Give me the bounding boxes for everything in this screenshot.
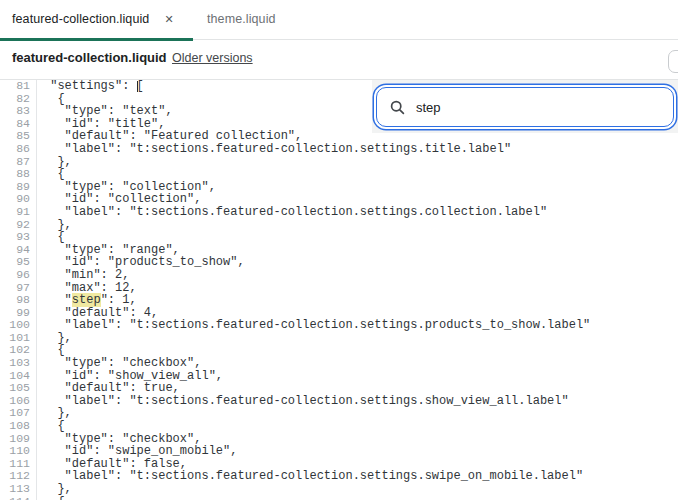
code-line[interactable]: 107 }, bbox=[0, 407, 678, 420]
line-number: 83 bbox=[0, 105, 37, 118]
tab-label: theme.liquid bbox=[207, 12, 276, 26]
code-text: "type": "checkbox", bbox=[37, 357, 201, 370]
code-text: "settings": [ bbox=[37, 80, 144, 93]
code-line[interactable]: 91 "label": "t:sections.featured-collect… bbox=[0, 206, 678, 219]
code-text: "label": "t:sections.featured-collection… bbox=[37, 206, 547, 219]
code-line[interactable]: 103 "type": "checkbox", bbox=[0, 357, 678, 370]
line-number: 98 bbox=[0, 294, 37, 307]
search-icon bbox=[390, 100, 405, 115]
code-editor-window: featured-collection.liquid ✕ theme.liqui… bbox=[0, 0, 678, 500]
search-input[interactable] bbox=[414, 99, 663, 116]
line-number: 100 bbox=[0, 319, 37, 332]
line-number: 96 bbox=[0, 269, 37, 282]
code-line[interactable]: 98 "step": 1, bbox=[0, 294, 678, 307]
close-icon[interactable]: ✕ bbox=[162, 12, 175, 27]
tab-theme-liquid[interactable]: theme.liquid bbox=[207, 0, 276, 38]
line-number: 108 bbox=[0, 420, 37, 433]
line-number: 110 bbox=[0, 445, 37, 458]
code-text: "id": "swipe_on_mobile", bbox=[37, 445, 237, 458]
file-header: featured-collection.liquid Older version… bbox=[0, 41, 678, 80]
code-text: "step": 1, bbox=[37, 294, 137, 307]
tab-label: featured-collection.liquid bbox=[12, 12, 149, 26]
page-title: featured-collection.liquid bbox=[12, 50, 167, 65]
code-line[interactable]: 100 "label": "t:sections.featured-collec… bbox=[0, 319, 678, 332]
code-line[interactable]: 112 "label": "t:sections.featured-collec… bbox=[0, 470, 678, 483]
search-match-highlight: step bbox=[72, 293, 101, 307]
line-number: 91 bbox=[0, 206, 37, 219]
code-text: "min": 2, bbox=[37, 269, 129, 282]
text-cursor bbox=[137, 81, 138, 92]
code-line[interactable]: 86 "label": "t:sections.featured-collect… bbox=[0, 143, 678, 156]
older-versions-link[interactable]: Older versions bbox=[172, 51, 253, 65]
code-line[interactable]: 92 }, bbox=[0, 219, 678, 232]
line-number: 86 bbox=[0, 143, 37, 156]
code-text: { bbox=[37, 231, 65, 244]
code-line[interactable]: 93 { bbox=[0, 231, 678, 244]
code-text: "label": "t:sections.featured-collection… bbox=[37, 470, 583, 483]
code-text: "label": "t:sections.featured-collection… bbox=[37, 319, 590, 332]
code-text: { bbox=[37, 168, 65, 181]
code-line[interactable]: 114 { bbox=[0, 496, 678, 500]
code-line[interactable]: 101 }, bbox=[0, 332, 678, 345]
code-lines: 81 "settings": [82 {83 "type": "text",84… bbox=[0, 80, 678, 500]
code-line[interactable]: 113 }, bbox=[0, 483, 678, 496]
line-number: 81 bbox=[0, 80, 37, 93]
code-line[interactable]: 108 { bbox=[0, 420, 678, 433]
code-line[interactable]: 88 { bbox=[0, 168, 678, 181]
tab-featured-collection-liquid[interactable]: featured-collection.liquid ✕ bbox=[12, 0, 176, 38]
header-button-cut-off[interactable] bbox=[668, 50, 678, 73]
line-number: 103 bbox=[0, 357, 37, 370]
code-text: { bbox=[37, 496, 65, 500]
code-text: "label": "t:sections.featured-collection… bbox=[37, 395, 569, 408]
line-number: 114 bbox=[0, 496, 37, 500]
line-number: 113 bbox=[0, 483, 37, 496]
code-line[interactable]: 106 "label": "t:sections.featured-collec… bbox=[0, 395, 678, 408]
code-text: "default": true, bbox=[37, 382, 180, 395]
line-number: 88 bbox=[0, 168, 37, 181]
code-line[interactable]: 87 }, bbox=[0, 156, 678, 169]
search-box[interactable] bbox=[376, 87, 674, 127]
line-number: 105 bbox=[0, 382, 37, 395]
line-number: 93 bbox=[0, 231, 37, 244]
code-text: { bbox=[37, 420, 65, 433]
code-line[interactable]: 105 "default": true, bbox=[0, 382, 678, 395]
code-text: "label": "t:sections.featured-collection… bbox=[37, 143, 511, 156]
code-editor[interactable]: 81 "settings": [82 {83 "type": "text",84… bbox=[0, 80, 678, 500]
code-text: }, bbox=[37, 483, 72, 496]
code-line[interactable]: 110 "id": "swipe_on_mobile", bbox=[0, 445, 678, 458]
code-line[interactable]: 96 "min": 2, bbox=[0, 269, 678, 282]
search-panel bbox=[372, 80, 678, 133]
tab-bar: featured-collection.liquid ✕ theme.liqui… bbox=[0, 0, 678, 41]
code-text: "type": "text", bbox=[37, 105, 173, 118]
